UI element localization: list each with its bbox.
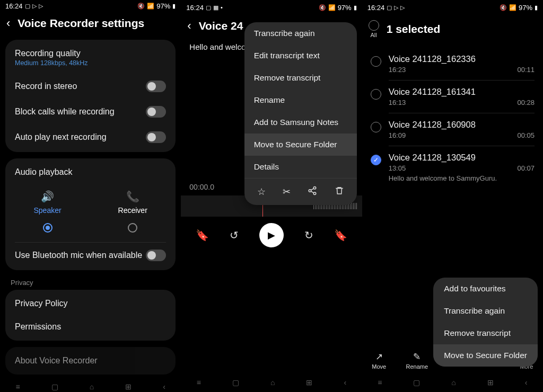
cut-icon[interactable]: ✂	[283, 186, 291, 198]
bt-toggle[interactable]	[146, 250, 166, 261]
nav-apps-icon[interactable]: ▢	[413, 378, 420, 387]
nav-home-icon[interactable]: ⌂	[270, 378, 275, 387]
list-item[interactable]: Voice 241128_161341 16:13 00:28	[362, 81, 543, 113]
privacy-policy-row[interactable]: Privacy Policy	[5, 292, 176, 315]
autoplay-label: Auto play next recording	[15, 132, 107, 142]
menu-remove-transcript[interactable]: Remove transcript	[244, 67, 357, 89]
playback-panel: 16:24 ▢ ▦ • 🔇 📶 97% ▮ ‹ Voice 24 Hello a…	[181, 0, 362, 392]
autoplay-row[interactable]: Auto play next recording	[5, 124, 176, 150]
battery-text: 97%	[338, 4, 352, 12]
nav-back-icon[interactable]: ‹	[344, 378, 346, 387]
list-item[interactable]: ✓ Voice 241128_130549 13:05 00:07 Hello …	[362, 146, 543, 189]
delete-icon[interactable]	[335, 186, 344, 198]
rename-button[interactable]: ✎ Rename	[406, 351, 428, 370]
autoplay-toggle[interactable]	[146, 131, 166, 143]
nav-home-icon[interactable]: ⌂	[90, 382, 94, 391]
status-time: 16:24	[186, 4, 204, 12]
bluetooth-mic-row[interactable]: Use Bluetooth mic when available	[5, 243, 176, 268]
svg-point-1	[309, 190, 312, 192]
nav-recents-icon[interactable]: ≡	[16, 382, 20, 391]
player-controls: 🔖 ↺ ▶ ↻ 🔖	[181, 217, 362, 254]
nav-recents-icon[interactable]: ≡	[197, 378, 201, 387]
menu-transcribe-again[interactable]: Transcribe again	[433, 300, 538, 322]
menu-transcribe-again[interactable]: Transcribe again	[244, 22, 357, 44]
menu-add-notes[interactable]: Add to Samsung Notes	[244, 111, 357, 133]
nav-back-icon[interactable]: ‹	[163, 382, 165, 391]
stereo-toggle[interactable]	[146, 81, 166, 92]
nav-bar: ≡ ▢ ⌂ ⊞ ‹	[0, 381, 181, 392]
nav-grid-icon[interactable]: ⊞	[125, 382, 132, 391]
context-menu: Transcribe again Edit transcript text Re…	[244, 22, 357, 205]
more-menu: Add to favourites Transcribe again Remov…	[433, 278, 538, 367]
status-time: 16:24	[5, 2, 23, 10]
move-icon: ↗	[375, 351, 383, 362]
menu-move-secure[interactable]: Move to Secure Folder	[244, 133, 357, 156]
list-item[interactable]: Voice 241128_162336 16:23 00:11	[362, 48, 543, 80]
menu-favourites[interactable]: Add to favourites	[433, 278, 538, 300]
play-store-icon: ▷	[394, 4, 398, 11]
play-store-icon: ▷	[400, 4, 405, 11]
recording-time: 16:13	[389, 99, 406, 106]
menu-move-secure[interactable]: Move to Secure Folder	[433, 344, 538, 367]
back-icon[interactable]: ‹	[187, 19, 191, 33]
favorite-icon[interactable]: ☆	[257, 186, 266, 198]
item-checkbox[interactable]	[371, 56, 381, 67]
recording-duration: 00:11	[517, 66, 535, 74]
menu-details[interactable]: Details	[244, 156, 357, 178]
recording-preview: Hello and welcome to SammyGuru.	[389, 174, 535, 182]
menu-icon-row: ☆ ✂	[244, 178, 357, 205]
back-icon[interactable]: ‹	[6, 16, 10, 30]
rename-icon: ✎	[413, 351, 421, 362]
bookmark-icon[interactable]: 🔖	[196, 229, 209, 242]
recording-name: Voice 241128_161341	[389, 87, 535, 97]
notif-icon: ▦	[213, 4, 218, 11]
menu-remove-transcript[interactable]: Remove transcript	[433, 322, 538, 344]
nav-apps-icon[interactable]: ▢	[232, 378, 239, 387]
item-checkbox[interactable]	[371, 122, 381, 132]
block-label: Block calls while recording	[15, 107, 115, 117]
about-row[interactable]: About Voice Recorder	[5, 349, 176, 372]
clip-icon[interactable]: 🔖	[334, 229, 347, 242]
status-bar: 16:24 ▢ ▦ • 🔇 📶 97% ▮	[181, 0, 362, 15]
recording-duration: 00:07	[517, 164, 535, 172]
select-all[interactable]: All	[369, 20, 379, 38]
nav-grid-icon[interactable]: ⊞	[487, 378, 494, 387]
nav-bar: ≡ ▢ ⌂ ⊞ ‹	[362, 373, 543, 392]
speaker-option[interactable]: 🔊 Speaker	[33, 190, 61, 233]
block-toggle[interactable]	[146, 106, 166, 118]
select-all-checkbox[interactable]	[369, 20, 379, 31]
item-checkbox[interactable]: ✓	[371, 155, 381, 165]
nav-recents-icon[interactable]: ≡	[378, 378, 382, 387]
menu-edit-transcript[interactable]: Edit transcript text	[244, 44, 357, 67]
nav-apps-icon[interactable]: ▢	[51, 382, 58, 391]
forward-icon[interactable]: ↻	[304, 229, 313, 242]
receiver-option[interactable]: 📞 Receiver	[118, 190, 147, 233]
receiver-radio[interactable]	[128, 223, 137, 233]
recording-quality-row[interactable]: Recording quality Medium 128kbps, 48kHz	[5, 42, 176, 74]
wifi-icon: 📶	[147, 3, 154, 10]
speaker-radio[interactable]	[43, 223, 52, 233]
nav-grid-icon[interactable]: ⊞	[306, 378, 312, 387]
move-button[interactable]: ↗ Move	[372, 351, 386, 370]
battery-icon: ▮	[535, 4, 538, 11]
share-icon[interactable]	[308, 186, 317, 198]
stereo-row[interactable]: Record in stereo	[5, 74, 176, 99]
settings-panel: 16:24 ▢ ▷ ▷ 🔇 📶 97% ▮ ‹ Voice Recorder s…	[0, 0, 181, 392]
page-title: Voice Recorder settings	[17, 17, 144, 30]
battery-text: 97%	[519, 4, 532, 12]
recording-name: Voice 241128_160908	[389, 120, 535, 130]
receiver-icon: 📞	[126, 190, 139, 203]
permissions-row[interactable]: Permissions	[5, 315, 176, 338]
rewind-icon[interactable]: ↺	[230, 229, 239, 242]
playback-options: 🔊 Speaker 📞 Receiver	[5, 184, 176, 242]
item-checkbox[interactable]	[371, 89, 381, 100]
wifi-icon: 📶	[328, 4, 336, 11]
list-item[interactable]: Voice 241128_160908 16:09 00:05	[362, 113, 543, 146]
block-calls-row[interactable]: Block calls while recording	[5, 99, 176, 124]
menu-rename[interactable]: Rename	[244, 89, 357, 111]
recording-name: Voice 241128_130549	[389, 153, 535, 163]
nav-back-icon[interactable]: ‹	[525, 378, 528, 387]
status-time: 16:24	[367, 4, 385, 12]
play-button[interactable]: ▶	[259, 223, 284, 247]
nav-home-icon[interactable]: ⌂	[451, 378, 456, 387]
